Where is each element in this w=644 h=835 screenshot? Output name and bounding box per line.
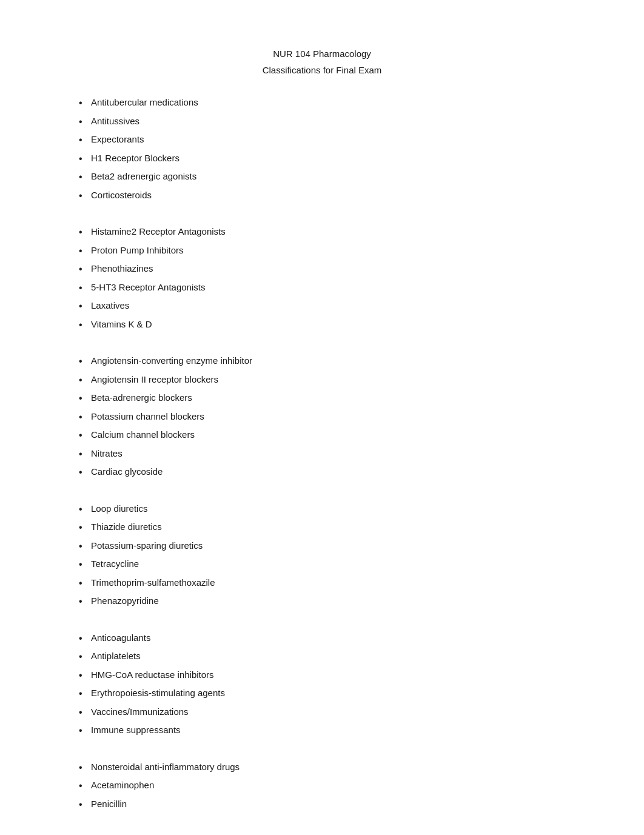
list-item: Angiotensin-converting enzyme inhibitor: [91, 352, 571, 371]
section-2: Histamine2 Receptor AntagonistsProton Pu…: [73, 223, 571, 334]
list-item: Trimethoprim-sulfamethoxazile: [91, 574, 571, 592]
course-title: NUR 104 Pharmacology: [73, 49, 571, 59]
list-item: Nitrates: [91, 444, 571, 463]
section-1-list: Antitubercular medicationsAntitussivesEx…: [73, 93, 571, 204]
list-item: Tetracycline: [91, 555, 571, 574]
list-item: Thiazide diuretics: [91, 518, 571, 537]
list-item: Nonsteroidal anti-inflammatory drugs: [91, 758, 571, 777]
content-area: Antitubercular medicationsAntitussivesEx…: [73, 93, 571, 813]
section-6: Nonsteroidal anti-inflammatory drugsAcet…: [73, 758, 571, 814]
section-4: Loop diureticsThiazide diureticsPotassiu…: [73, 500, 571, 611]
section-3: Angiotensin-converting enzyme inhibitorA…: [73, 352, 571, 481]
list-item: Beta2 adrenergic agonists: [91, 167, 571, 186]
list-item: Potassium channel blockers: [91, 407, 571, 426]
section-1: Antitubercular medicationsAntitussivesEx…: [73, 93, 571, 204]
list-item: Penicillin: [91, 795, 571, 814]
list-item: Angiotensin II receptor blockers: [91, 371, 571, 389]
list-item: 5-HT3 Receptor Antagonists: [91, 278, 571, 297]
list-item: Potassium-sparing diuretics: [91, 537, 571, 555]
list-item: Antiplatelets: [91, 647, 571, 666]
section-2-list: Histamine2 Receptor AntagonistsProton Pu…: [73, 223, 571, 334]
section-5-list: AnticoagulantsAntiplateletsHMG-CoA reduc…: [73, 629, 571, 740]
list-item: H1 Receptor Blockers: [91, 149, 571, 168]
list-item: Vaccines/Immunizations: [91, 703, 571, 722]
list-item: Histamine2 Receptor Antagonists: [91, 223, 571, 241]
list-item: Erythropoiesis-stimulating agents: [91, 684, 571, 703]
list-item: Phenazopyridine: [91, 592, 571, 611]
list-item: Phenothiazines: [91, 260, 571, 278]
list-item: Acetaminophen: [91, 776, 571, 795]
list-item: Antitussives: [91, 112, 571, 131]
section-6-list: Nonsteroidal anti-inflammatory drugsAcet…: [73, 758, 571, 814]
list-item: Anticoagulants: [91, 629, 571, 648]
list-item: Loop diuretics: [91, 500, 571, 518]
list-item: HMG-CoA reductase inhibitors: [91, 666, 571, 685]
list-item: Proton Pump Inhibitors: [91, 241, 571, 260]
list-item: Calcium channel blockers: [91, 426, 571, 444]
list-item: Laxatives: [91, 297, 571, 315]
page-header: NUR 104 Pharmacology Classifications for…: [73, 49, 571, 75]
section-3-list: Angiotensin-converting enzyme inhibitorA…: [73, 352, 571, 481]
list-item: Beta-adrenergic blockers: [91, 389, 571, 407]
list-item: Corticosteroids: [91, 186, 571, 205]
list-item: Vitamins K & D: [91, 315, 571, 334]
list-item: Antitubercular medications: [91, 93, 571, 112]
list-item: Expectorants: [91, 130, 571, 149]
list-item: Cardiac glycoside: [91, 463, 571, 481]
list-item: Immune suppressants: [91, 721, 571, 740]
page-title: Classifications for Final Exam: [73, 65, 571, 75]
section-4-list: Loop diureticsThiazide diureticsPotassiu…: [73, 500, 571, 611]
section-5: AnticoagulantsAntiplateletsHMG-CoA reduc…: [73, 629, 571, 740]
